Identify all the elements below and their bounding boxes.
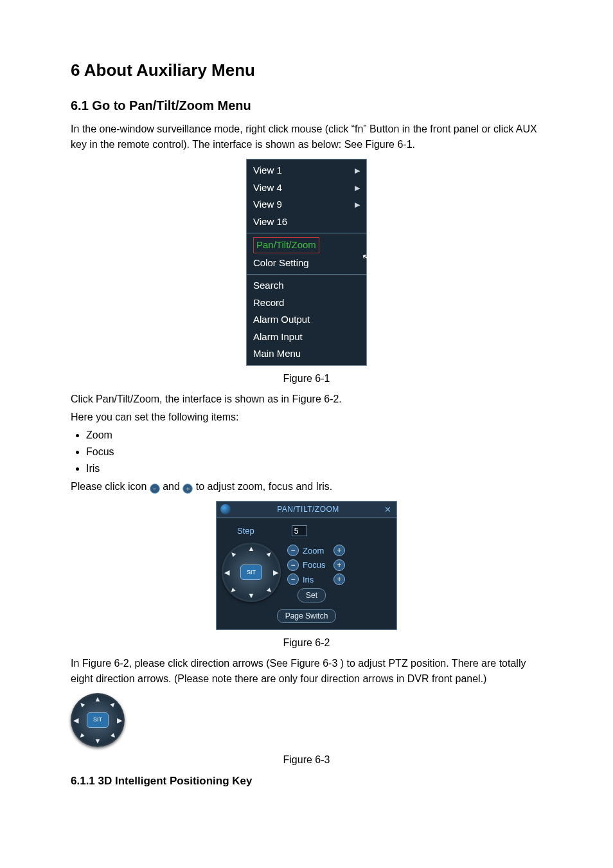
arrow-left-icon[interactable]: ◀: [224, 569, 229, 576]
menu-item-color-setting[interactable]: Color Setting: [247, 255, 366, 272]
menu-label: Color Setting: [253, 256, 309, 271]
menu-item-view9[interactable]: View 9 ▶: [247, 196, 366, 213]
menu-label: Pan/Tilt/Zoom: [253, 237, 319, 253]
minus-icon: −: [150, 484, 160, 494]
section-heading: 6.1 Go to Pan/Tilt/Zoom Menu: [71, 96, 542, 115]
zoom-plus-button[interactable]: +: [333, 545, 345, 556]
submenu-arrow-icon: ▶: [355, 183, 360, 194]
arrow-right-icon[interactable]: ▶: [117, 717, 122, 724]
step-input[interactable]: [292, 525, 307, 536]
arrow-down-left-icon[interactable]: ▼: [77, 731, 87, 741]
arrow-left-icon[interactable]: ◀: [73, 717, 78, 724]
figure-6-3: ▲ ▼ ◀ ▶ ▲ ▲ ▼ ▼ SIT: [71, 693, 542, 747]
arrow-up-right-icon[interactable]: ▲: [109, 700, 118, 709]
panel-title: PAN/TILT/ZOOM: [233, 503, 383, 515]
focus-label: Focus: [303, 559, 330, 572]
subsection-heading: 6.1.1 3D Intelligent Positioning Key: [71, 773, 542, 790]
iris-label: Iris: [303, 574, 330, 586]
menu-item-view4[interactable]: View 4 ▶: [247, 179, 366, 197]
menu-label: Main Menu: [253, 347, 301, 361]
menu-item-ptz[interactable]: Pan/Tilt/Zoom: [247, 236, 366, 255]
bullet-list: Zoom Focus Iris: [86, 428, 542, 476]
menu-label: View 4: [253, 181, 282, 195]
menu-label: View 1: [253, 163, 282, 178]
plus-icon: +: [182, 484, 193, 494]
menu-label: Alarm Output: [253, 312, 310, 327]
paragraph: In Figure 6-2, please click direction ar…: [71, 656, 542, 687]
chapter-heading: 6 About Auxiliary Menu: [71, 58, 542, 83]
step-label: Step: [237, 525, 254, 538]
iris-row: − Iris +: [287, 574, 391, 586]
arrow-up-left-icon[interactable]: ▲: [228, 549, 238, 559]
menu-label: Search: [253, 278, 284, 293]
menu-label: Record: [253, 296, 284, 311]
text-span: to adjust zoom, focus and Iris.: [196, 481, 333, 492]
menu-item-alarm-input[interactable]: Alarm Input: [247, 329, 366, 346]
arrow-down-icon[interactable]: ▼: [248, 592, 255, 599]
arrow-up-icon[interactable]: ▲: [94, 696, 102, 703]
text-span: Please click icon: [71, 481, 150, 492]
figure-6-2: PAN/TILT/ZOOM ✕ Step ▲ ▼ ◀ ▶ ▲ ▲ ▼ ▼ S: [71, 501, 542, 631]
zoom-row: − Zoom +: [287, 545, 391, 557]
page-switch-button[interactable]: Page Switch: [277, 609, 337, 623]
list-item: Focus: [86, 444, 542, 460]
list-item: Zoom: [86, 428, 542, 443]
set-button[interactable]: Set: [298, 588, 326, 602]
menu-item-search[interactable]: Search: [247, 277, 366, 294]
menu-label: View 16: [253, 215, 287, 230]
menu-item-view16[interactable]: View 16: [247, 213, 366, 231]
arrow-right-icon[interactable]: ▶: [273, 569, 278, 576]
sit-button[interactable]: SIT: [87, 712, 109, 728]
menu-label: Alarm Input: [253, 330, 303, 345]
close-icon[interactable]: ✕: [383, 503, 393, 516]
menu-item-alarm-output[interactable]: Alarm Output: [247, 311, 366, 329]
arrow-up-icon[interactable]: ▲: [248, 545, 255, 552]
zoom-minus-button[interactable]: −: [287, 545, 299, 556]
zoom-label: Zoom: [303, 545, 330, 557]
paragraph: Please click icon − and + to adjust zoom…: [71, 479, 542, 494]
text-span: and: [163, 481, 182, 492]
step-row: Step: [222, 522, 391, 543]
ptz-title-bar: PAN/TILT/ZOOM ✕: [217, 502, 396, 519]
submenu-arrow-icon: ▶: [355, 199, 360, 210]
focus-minus-button[interactable]: −: [287, 559, 299, 571]
direction-pad: ▲ ▼ ◀ ▶ ▲ ▲ ▼ ▼ SIT: [222, 543, 281, 602]
context-menu: View 1 ▶ View 4 ▶ View 9 ▶ View 16 Pan/T…: [246, 159, 367, 366]
focus-row: − Focus +: [287, 559, 391, 572]
submenu-arrow-icon: ▶: [355, 165, 360, 176]
figure-caption: Figure 6-2: [71, 635, 542, 651]
figure-caption: Figure 6-3: [71, 752, 542, 768]
focus-plus-button[interactable]: +: [333, 559, 345, 571]
arrow-down-icon[interactable]: ▼: [94, 737, 102, 745]
arrow-down-right-icon[interactable]: ▼: [109, 731, 118, 741]
direction-pad: ▲ ▼ ◀ ▶ ▲ ▲ ▼ ▼ SIT: [71, 693, 125, 747]
menu-item-view1[interactable]: View 1 ▶: [247, 162, 366, 179]
menu-label: View 9: [253, 197, 282, 212]
ptz-panel: PAN/TILT/ZOOM ✕ Step ▲ ▼ ◀ ▶ ▲ ▲ ▼ ▼ S: [216, 501, 397, 631]
arrow-down-right-icon[interactable]: ▼: [265, 586, 274, 595]
paragraph: Click Pan/Tilt/Zoom, the interface is sh…: [71, 392, 542, 407]
paragraph: In the one-window surveillance mode, rig…: [71, 122, 542, 152]
figure-6-1: View 1 ▶ View 4 ▶ View 9 ▶ View 16 Pan/T…: [71, 159, 542, 366]
menu-item-record[interactable]: Record: [247, 294, 366, 312]
iris-minus-button[interactable]: −: [287, 574, 299, 585]
app-logo-icon: [220, 504, 231, 514]
list-item: Iris: [86, 461, 542, 476]
paragraph: Here you can set the following items:: [71, 410, 542, 425]
arrow-up-right-icon[interactable]: ▲: [265, 549, 274, 559]
menu-item-main-menu[interactable]: Main Menu: [247, 345, 366, 363]
iris-plus-button[interactable]: +: [333, 574, 345, 585]
figure-caption: Figure 6-1: [71, 371, 542, 386]
sit-button[interactable]: SIT: [240, 565, 262, 580]
arrow-up-left-icon[interactable]: ▲: [77, 700, 87, 709]
arrow-down-left-icon[interactable]: ▼: [228, 586, 238, 595]
